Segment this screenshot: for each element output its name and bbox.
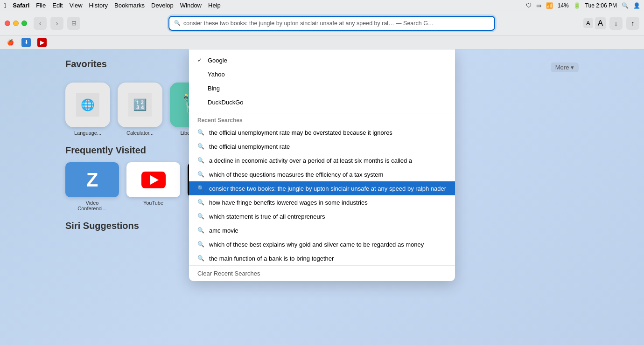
search-dropdown: ✓ Google Yahoo Bing DuckDuckGo Recent Se… xyxy=(189,49,455,281)
list-item[interactable]: 🔍 amc movie xyxy=(189,223,455,237)
battery-icon: 🔋 xyxy=(574,2,581,9)
user-icon[interactable]: 👤 xyxy=(633,2,640,9)
list-item[interactable]: Z Video Conferenci... xyxy=(65,162,119,211)
font-increase-button[interactable]: A xyxy=(595,17,606,29)
list-item[interactable]: 🔢 Calculator... xyxy=(118,83,162,136)
search-engines-list: ✓ Google Yahoo Bing DuckDuckGo xyxy=(189,49,455,113)
search-item-icon: 🔍 xyxy=(197,171,204,178)
menu-history[interactable]: History xyxy=(89,2,108,9)
minimize-button[interactable] xyxy=(13,21,19,26)
menu-edit[interactable]: Edit xyxy=(52,2,63,9)
list-item[interactable]: 🔍 how have fringe benefits lowered wages… xyxy=(189,195,455,209)
window-controls[interactable] xyxy=(5,21,27,26)
browser-toolbar: ‹ › ⊟ 🔍 consier these two books: the jun… xyxy=(0,11,644,35)
search-item-icon: 🔍 xyxy=(197,129,204,136)
list-item[interactable]: 🔍 consier these two books: the jungle by… xyxy=(189,181,455,195)
search-item-text: which statement is true of all entrepren… xyxy=(209,213,325,220)
list-item[interactable]: 🔍 the official unemployment rate xyxy=(189,139,455,153)
search-item-icon: 🔍 xyxy=(197,213,204,220)
search-item-text: the official unemployment rate xyxy=(209,143,290,150)
address-bar-container: 🔍 consier these two books: the jungle by… xyxy=(168,16,495,31)
battery-label: 14% xyxy=(558,2,569,9)
search-item-text: the main function of a bank is to bring … xyxy=(209,255,334,262)
menu-bar:  Safari File Edit View History Bookmark… xyxy=(0,0,644,11)
bookmark-youtube[interactable]: ▶ xyxy=(37,38,47,47)
freq-icon-youtube xyxy=(126,162,180,197)
menu-safari[interactable]: Safari xyxy=(13,2,29,9)
site-icon-calc: 🔢 xyxy=(118,83,162,127)
site-label-lang: Language... xyxy=(74,130,101,136)
menu-file[interactable]: File xyxy=(36,2,46,9)
engine-bing[interactable]: Bing xyxy=(189,81,455,95)
clear-recent-button[interactable]: Clear Recent Searches xyxy=(189,265,455,281)
svg-text:🌐: 🌐 xyxy=(81,98,95,111)
vpn-icon: 🛡 xyxy=(526,2,532,9)
font-size-controls: A A xyxy=(583,17,606,29)
menu-window[interactable]: Window xyxy=(180,2,202,9)
wifi-icon: 📶 xyxy=(546,2,553,9)
search-item-icon: 🔍 xyxy=(197,255,204,262)
maximize-button[interactable] xyxy=(21,21,27,26)
search-item-text: amc movie xyxy=(209,227,238,234)
search-item-icon: 🔍 xyxy=(197,241,204,248)
freq-label-youtube: YouTube xyxy=(143,200,163,206)
search-item-text: which of these best explains why gold an… xyxy=(209,241,424,248)
search-item-text-highlighted: consier these two books: the jungle by u… xyxy=(209,185,446,192)
menu-bookmarks[interactable]: Bookmarks xyxy=(114,2,145,9)
back-button[interactable]: ‹ xyxy=(34,17,47,30)
engine-duckduckgo[interactable]: DuckDuckGo xyxy=(189,95,455,109)
address-text: consier these two books: the jungle by u… xyxy=(183,20,490,27)
bookmarks-bar: 🍎 ⬇ ▶ xyxy=(0,35,644,49)
search-item-icon: 🔍 xyxy=(197,199,204,206)
engine-duckduckgo-label: DuckDuckGo xyxy=(208,99,244,106)
search-icon[interactable]: 🔍 xyxy=(622,2,629,9)
site-icon-lang: 🌐 xyxy=(65,83,110,127)
menu-view[interactable]: View xyxy=(70,2,83,9)
bookmark-apple[interactable]: 🍎 xyxy=(6,38,15,47)
bookmark-download[interactable]: ⬇ xyxy=(21,38,31,47)
list-item[interactable]: 🔍 the official unemployment rate may be … xyxy=(189,125,455,139)
address-bar[interactable]: 🔍 consier these two books: the jungle by… xyxy=(168,16,495,31)
list-item[interactable]: 🔍 a decline in economic activity over a … xyxy=(189,153,455,167)
search-item-text: which of these questions measures the ef… xyxy=(209,171,383,178)
sidebar-toggle-button[interactable]: ⊟ xyxy=(67,17,80,30)
freq-label-video-conf: Video Conferenci... xyxy=(71,200,113,211)
search-item-icon: 🔍 xyxy=(197,227,204,234)
freq-icon-video-conf: Z xyxy=(65,162,119,197)
search-item-text: the official unemployment rate may be ov… xyxy=(209,129,392,136)
list-item[interactable]: 🔍 which statement is true of all entrepr… xyxy=(189,209,455,223)
search-item-text: a decline in economic activity over a pe… xyxy=(209,157,412,164)
engine-yahoo[interactable]: Yahoo xyxy=(189,67,455,81)
favorites-title: Favorites xyxy=(65,59,107,69)
engine-bing-label: Bing xyxy=(208,85,220,92)
engine-google[interactable]: ✓ Google xyxy=(189,53,455,67)
search-item-icon: 🔍 xyxy=(197,143,204,150)
list-item[interactable]: 🌐 Language... xyxy=(65,83,110,136)
display-icon: ▭ xyxy=(536,2,541,9)
apple-menu[interactable]:  xyxy=(4,2,6,9)
close-button[interactable] xyxy=(5,21,10,26)
site-label-calc: Calculator... xyxy=(126,130,154,136)
list-item[interactable]: YouTube xyxy=(126,162,180,211)
recent-searches-header: Recent Searches xyxy=(189,113,455,125)
download-button[interactable]: ↓ xyxy=(609,17,623,30)
menu-develop[interactable]: Develop xyxy=(151,2,174,9)
address-search-icon: 🔍 xyxy=(174,20,181,26)
share-button[interactable]: ↑ xyxy=(626,17,639,30)
engine-yahoo-label: Yahoo xyxy=(208,71,225,78)
engine-google-label: Google xyxy=(208,57,227,64)
menu-help[interactable]: Help xyxy=(208,2,221,9)
font-decrease-button[interactable]: A xyxy=(583,18,593,28)
search-item-icon: 🔍 xyxy=(197,157,204,164)
google-check-icon: ✓ xyxy=(197,57,204,63)
forward-button[interactable]: › xyxy=(50,17,63,30)
main-content: Favorites More ▾ 🌐 Language... xyxy=(0,49,644,345)
manage-favorites-button[interactable]: More ▾ xyxy=(551,62,579,72)
list-item[interactable]: 🔍 the main function of a bank is to brin… xyxy=(189,251,455,265)
search-item-icon-highlighted: 🔍 xyxy=(197,185,204,192)
svg-text:🔢: 🔢 xyxy=(133,98,147,111)
search-item-text: how have fringe benefits lowered wages i… xyxy=(209,199,368,206)
list-item[interactable]: 🔍 which of these best explains why gold … xyxy=(189,237,455,251)
list-item[interactable]: 🔍 which of these questions measures the … xyxy=(189,167,455,181)
datetime-label: Tue 2:06 PM xyxy=(585,2,617,9)
